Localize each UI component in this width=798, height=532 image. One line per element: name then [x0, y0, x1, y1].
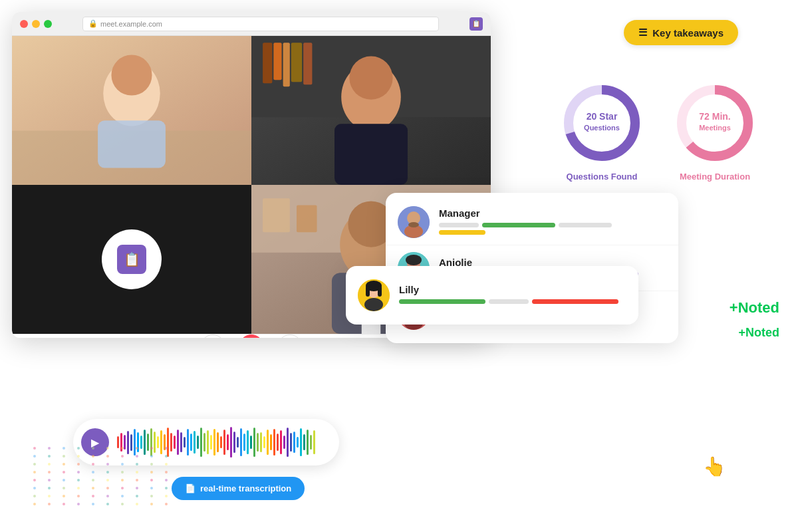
dot-grid-item — [33, 455, 36, 458]
dot-grid-item — [136, 495, 138, 497]
waveform-bar — [263, 436, 265, 448]
dot-grid-item — [63, 463, 65, 466]
waveform-bar — [277, 434, 279, 451]
url-text: meet.example.com — [100, 20, 162, 28]
extension-icon[interactable]: 📋 — [469, 17, 483, 31]
waveform-bar — [250, 436, 252, 449]
avatar-circle: 📋 — [102, 229, 162, 289]
participant-row-lilly: Lilly — [346, 273, 638, 318]
svg-rect-7 — [263, 43, 272, 83]
dot-grid-item — [77, 487, 80, 489]
bar — [439, 223, 479, 227]
waveform-bar — [197, 436, 199, 449]
dot-grid-item — [165, 471, 168, 473]
dot-grid-item — [33, 487, 36, 489]
dot-grid-item — [136, 479, 138, 481]
dot-grid-item — [77, 479, 80, 481]
dot-grid-item — [92, 479, 94, 481]
transcription-label: real-time transcription — [200, 483, 291, 493]
svg-point-34 — [408, 222, 419, 227]
camera-button[interactable]: 📷 — [277, 334, 303, 338]
svg-rect-11 — [303, 43, 312, 84]
questions-label: Questions Found — [567, 172, 638, 182]
dot-grid-item — [48, 463, 51, 466]
mic-button[interactable]: 🎤 — [200, 334, 225, 338]
dot-grid-item — [121, 471, 124, 473]
waveform-bar — [293, 432, 295, 453]
waveform-bar — [233, 432, 235, 453]
noted-label-2: +Noted — [738, 326, 779, 340]
waveform-bar — [247, 430, 249, 454]
waveform-bar — [297, 437, 299, 448]
waveform-bar — [213, 429, 215, 456]
waveform-bar — [303, 434, 305, 450]
dot-grid-item — [150, 455, 153, 458]
dot-grid-item — [48, 455, 51, 458]
key-takeaways-label: Key takeaways — [652, 27, 724, 39]
dot-red[interactable] — [20, 20, 28, 28]
svg-text:20 Star: 20 Star — [587, 111, 618, 122]
svg-rect-14 — [334, 124, 408, 185]
bar — [482, 223, 555, 227]
svg-rect-47 — [366, 286, 370, 297]
waveform-bar — [283, 436, 285, 449]
end-call-button[interactable]: 📞 — [239, 334, 264, 338]
svg-rect-8 — [273, 43, 281, 80]
dot-grid-item — [106, 487, 109, 489]
dot-grid-item — [77, 495, 80, 497]
svg-text:Meetings: Meetings — [699, 124, 731, 132]
avatar-lilly — [358, 279, 390, 311]
waveform-bar — [200, 428, 202, 457]
dot-grid-item — [121, 495, 124, 497]
waveform-bar — [187, 429, 189, 456]
dot-grid-item — [48, 447, 51, 450]
waveform-bar — [307, 430, 309, 455]
waveform-bar — [237, 437, 239, 448]
dot-grid-item — [48, 471, 51, 473]
dot-grid-item — [33, 479, 36, 481]
manager-bars-2 — [439, 230, 666, 235]
dot-grid-item — [106, 495, 109, 497]
dot-grid-item — [92, 455, 94, 458]
svg-text:Questions: Questions — [584, 124, 620, 132]
duration-donut-svg: 72 Min. Meetings — [672, 80, 758, 166]
dot-grid-item — [92, 495, 94, 497]
bar — [399, 299, 485, 304]
waveform-bar — [190, 434, 192, 451]
browser-titlebar: 🔒 meet.example.com 📋 — [12, 12, 491, 36]
dot-grid-item — [121, 447, 124, 450]
dot-grid-item — [150, 503, 153, 505]
dot-grid-item — [136, 503, 138, 505]
waveform-bar — [240, 428, 242, 456]
dot-grid-item — [63, 495, 65, 497]
avatar-manager — [398, 206, 430, 238]
dot-grid-item — [106, 463, 109, 466]
waveform-bar — [194, 431, 196, 454]
transcription-button[interactable]: 📄 real-time transcription — [172, 477, 305, 500]
key-takeaways-button[interactable]: ☰ Key takeaways — [624, 20, 738, 45]
video-cell-avatar: 📋 — [12, 185, 251, 334]
waveform-bar — [220, 436, 222, 448]
waveform-bar — [260, 432, 262, 452]
waveform-bar — [180, 432, 182, 452]
manager-info: Manager — [439, 207, 666, 237]
waveform-bar — [223, 430, 225, 455]
dot-grid-item — [33, 463, 36, 466]
bar — [489, 299, 529, 304]
dot-grid-item — [150, 479, 153, 481]
dot-grid-item — [63, 479, 65, 481]
svg-point-3 — [111, 55, 152, 96]
dot-green[interactable] — [44, 20, 52, 28]
browser-urlbar: 🔒 meet.example.com — [82, 17, 439, 31]
waveform-bar — [310, 435, 312, 450]
dot-grid-item — [63, 503, 65, 505]
svg-rect-18 — [297, 205, 317, 233]
dot-grid-item — [48, 495, 51, 497]
dot-grid-item — [165, 495, 168, 497]
dot-grid-item — [136, 487, 138, 489]
dot-yellow[interactable] — [32, 20, 40, 28]
dot-grid-item — [92, 503, 94, 505]
video-cell-woman — [12, 36, 251, 185]
dot-grid-item — [33, 503, 36, 505]
waveform-bar — [287, 428, 289, 457]
